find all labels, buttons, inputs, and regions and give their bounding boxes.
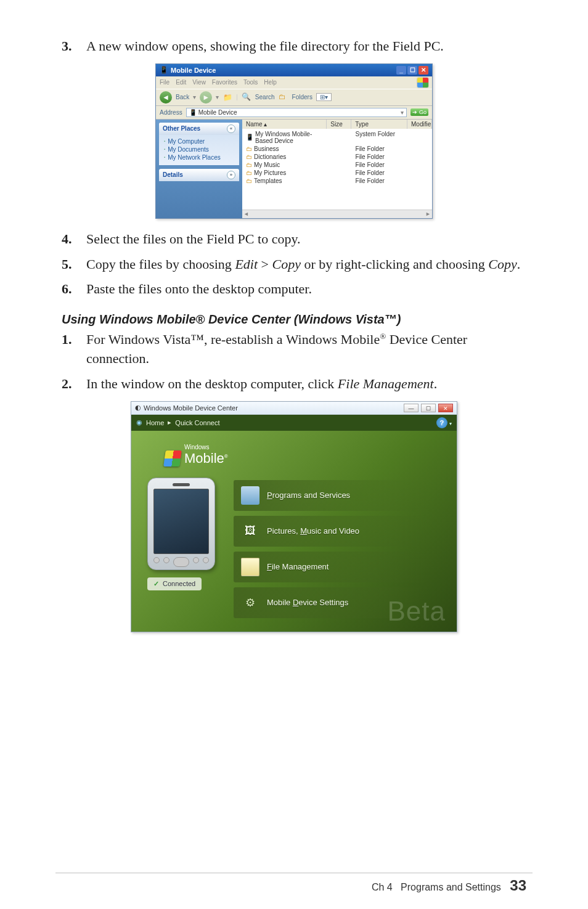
settings-icon — [241, 593, 259, 612]
search-icon[interactable] — [242, 92, 251, 102]
step-number: 4. — [62, 230, 86, 249]
page-footer: Ch 4 Programs and Settings 33 — [0, 877, 588, 894]
step-number: 2. — [62, 375, 86, 394]
chevron-up-icon[interactable]: « — [227, 124, 235, 133]
address-input[interactable]: Mobile Device ▾ — [186, 108, 407, 117]
logo-small-text: Windows — [184, 444, 228, 450]
details-title: Details — [163, 171, 183, 178]
device-column: ✓ Connected — [147, 478, 221, 590]
col-name[interactable]: Name ▴ — [242, 120, 327, 129]
folders-label: Folders — [292, 94, 312, 100]
step-text: Paste the files onto the desktop compute… — [86, 280, 526, 299]
menu-file[interactable]: File — [160, 79, 169, 86]
list-item[interactable]: My MusicFile Folder — [242, 161, 432, 169]
folders-icon[interactable] — [279, 92, 288, 102]
forward-button[interactable]: ► — [200, 91, 212, 104]
windows-logo-icon — [417, 78, 428, 88]
maximize-button[interactable]: ☐ — [407, 66, 417, 75]
list-item[interactable]: DictionariesFile Folder — [242, 153, 432, 161]
breadcrumb-separator: ▸ — [168, 418, 171, 426]
menu-programs-services[interactable]: Programs and Services — [234, 480, 441, 511]
step-number: 1. — [62, 330, 86, 369]
wmdc-window: ◐ Windows Mobile Device Center — ☐ ✕ Hom… — [131, 401, 457, 632]
device-screen — [153, 489, 209, 554]
wmdc-titlebar[interactable]: ◐ Windows Mobile Device Center — ☐ ✕ — [131, 402, 457, 415]
address-value: Mobile Device — [198, 109, 237, 116]
explorer-addressbar: Address Mobile Device ▾ ➔ Go — [156, 106, 432, 120]
menu-view[interactable]: View — [192, 79, 206, 86]
menu-edit[interactable]: Edit — [176, 79, 186, 86]
sidebar-item-my-computer[interactable]: My Computer — [164, 137, 234, 145]
explorer-title-text: Mobile Device — [171, 67, 216, 74]
wmdc-title-text: Windows Mobile Device Center — [144, 404, 238, 412]
close-button[interactable]: ✕ — [419, 66, 428, 75]
wmdc-breadcrumb-bar: Home ▸ Quick Connect ? ▾ — [131, 415, 457, 431]
document-page: 3. A new window opens, showing the file … — [0, 0, 588, 680]
wmdc-app-icon: ◐ — [135, 404, 141, 412]
pictures-icon — [241, 522, 259, 540]
maximize-button[interactable]: ☐ — [421, 404, 436, 412]
sidebar-item-my-network[interactable]: My Network Places — [164, 153, 234, 161]
list-item[interactable]: BusinessFile Folder — [242, 145, 432, 153]
globe-back-icon[interactable] — [136, 418, 142, 426]
step-text: Select the files on the Field PC to copy… — [86, 230, 526, 249]
back-button[interactable]: ◄ — [160, 91, 172, 104]
list-item[interactable]: My PicturesFile Folder — [242, 169, 432, 177]
minimize-button[interactable]: — — [404, 404, 419, 412]
menu-pictures-music-video[interactable]: Pictures, Music and Video — [234, 516, 441, 547]
help-icon[interactable]: ? — [436, 417, 447, 428]
step-number: 5. — [62, 255, 86, 274]
col-type[interactable]: Type — [351, 120, 407, 129]
explorer-main: Name ▴ Size Type Modifie My Windows Mobi… — [242, 120, 432, 218]
sidebar-item-my-documents[interactable]: My Documents — [164, 145, 234, 153]
windows-mobile-logo: Windows Mobile® — [165, 444, 441, 467]
system-folder-icon — [246, 134, 253, 141]
scroll-right-icon[interactable]: ► — [425, 211, 431, 217]
menu-favorites[interactable]: Favorites — [212, 79, 237, 86]
explorer-window: 📱 Mobile Device _ ☐ ✕ File Edit View Fav… — [155, 63, 433, 219]
page-number: 33 — [510, 877, 526, 894]
step-b2: 2. In the window on the desktop computer… — [62, 375, 526, 394]
folder-icon — [246, 145, 252, 152]
explorer-body: Other Places « My Computer My Documents … — [156, 120, 432, 218]
ordered-steps-b: 1. For Windows Vista™, re-establish a Wi… — [62, 330, 526, 393]
chevron-down-icon[interactable]: » — [227, 171, 235, 179]
file-list: My Windows Mobile-Based DeviceSystem Fol… — [242, 129, 432, 210]
breadcrumb-home[interactable]: Home — [146, 419, 164, 426]
col-size[interactable]: Size — [327, 120, 351, 129]
device-dpad — [173, 557, 189, 567]
go-button[interactable]: ➔ Go — [410, 108, 428, 116]
list-item[interactable]: TemplatesFile Folder — [242, 177, 432, 185]
file-icon — [241, 558, 259, 576]
list-item[interactable]: My Windows Mobile-Based DeviceSystem Fol… — [242, 130, 432, 145]
step-b1: 1. For Windows Vista™, re-establish a Wi… — [62, 330, 526, 369]
ordered-steps-a2: 4. Select the files on the Field PC to c… — [62, 230, 526, 299]
chapter-title: Programs and Settings — [401, 882, 501, 892]
up-folder-icon[interactable] — [223, 92, 232, 102]
beta-watermark: Beta — [387, 596, 446, 627]
column-headers: Name ▴ Size Type Modifie — [242, 120, 432, 129]
step-text: In the window on the desktop computer, c… — [86, 375, 526, 394]
back-label: Back — [176, 94, 189, 100]
menu-tools[interactable]: Tools — [243, 79, 258, 86]
explorer-toolbar: ◄ Back ▾ ► ▾ | Search Folders ⊞▾ — [156, 89, 432, 106]
device-button — [203, 557, 209, 563]
step-number: 3. — [62, 37, 86, 56]
col-modified[interactable]: Modifie — [407, 120, 432, 129]
scroll-left-icon[interactable]: ◄ — [243, 211, 249, 217]
explorer-sidebar: Other Places « My Computer My Documents … — [156, 120, 242, 218]
views-button[interactable]: ⊞▾ — [316, 93, 332, 101]
step-4: 4. Select the files on the Field PC to c… — [62, 230, 526, 249]
close-button[interactable]: ✕ — [438, 404, 453, 412]
other-places-title: Other Places — [163, 125, 200, 132]
menu-help[interactable]: Help — [264, 79, 277, 86]
subheading: Using Windows Mobile® Device Center (Win… — [62, 312, 526, 327]
explorer-titlebar[interactable]: 📱 Mobile Device _ ☐ ✕ — [156, 64, 432, 76]
horizontal-scrollbar[interactable]: ◄ ► — [242, 210, 432, 218]
address-label: Address — [160, 109, 182, 116]
device-button — [193, 557, 199, 563]
minimize-button[interactable]: _ — [396, 66, 406, 75]
menu-file-management[interactable]: File Management — [234, 552, 441, 582]
breadcrumb-quick-connect[interactable]: Quick Connect — [175, 419, 219, 426]
wmdc-body: Windows Mobile® — [131, 431, 457, 632]
